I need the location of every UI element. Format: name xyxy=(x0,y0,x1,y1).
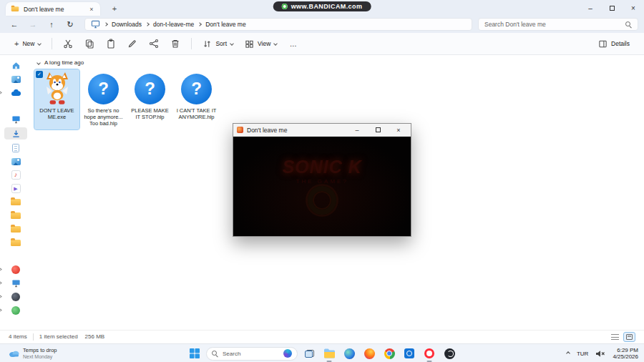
help-file-icon: ? xyxy=(181,74,212,104)
details-pane-icon xyxy=(598,39,608,49)
videos-icon: ▶ xyxy=(11,184,21,193)
sidebar-item-folder-4[interactable] xyxy=(4,238,27,248)
clock-time: 6:29 PM xyxy=(617,347,638,353)
view-button[interactable]: View xyxy=(240,35,281,52)
sidebar-item-desktop[interactable] xyxy=(4,114,27,124)
edge-taskbar-button[interactable] xyxy=(341,345,358,362)
sidebar-item-folder-1[interactable] xyxy=(4,197,27,207)
close-button[interactable]: × xyxy=(623,0,644,16)
forward-button[interactable]: → xyxy=(24,17,42,31)
outlook-taskbar-button[interactable] xyxy=(401,345,418,362)
gallery-icon xyxy=(11,76,21,83)
file-hlp-cant-take-it[interactable]: ? I CAN'T TAKE IT ANYMORE.hlp xyxy=(174,69,219,129)
rename-button[interactable] xyxy=(123,35,142,52)
sidebar-item-red-app[interactable] xyxy=(4,264,27,275)
file-hlp-no-hope[interactable]: ? So there's no hope anymore... Too bad.… xyxy=(81,69,126,129)
group-header[interactable]: A long time ago xyxy=(34,59,644,66)
hidden-icons-chevron[interactable] xyxy=(566,351,570,356)
cut-button[interactable] xyxy=(59,35,77,52)
file-icon-box: ? xyxy=(128,72,172,106)
search-box[interactable]: Search Don't leave me xyxy=(478,18,638,31)
delete-button[interactable] xyxy=(166,35,185,52)
sidebar-item-pictures[interactable] xyxy=(4,156,27,167)
gear-graphic xyxy=(308,186,336,215)
sidebar-item-videos[interactable]: ▶ xyxy=(4,183,27,194)
back-button[interactable]: ← xyxy=(6,17,23,31)
sidebar-item-network[interactable] xyxy=(4,305,27,315)
sidebar-item-dark-app[interactable] xyxy=(4,291,27,302)
sidebar-item-documents[interactable] xyxy=(4,142,27,153)
tab-close-icon[interactable]: × xyxy=(87,6,96,13)
sidebar-item-folder-2[interactable] xyxy=(4,210,27,221)
search-icon xyxy=(212,351,218,357)
minimize-button[interactable]: – xyxy=(580,0,601,16)
chevron-down-icon xyxy=(273,41,278,46)
status-bar: 4 items 1 item selected 256 MB xyxy=(0,330,644,343)
details-view-toggle-icon[interactable] xyxy=(611,334,619,340)
expand-chevron-icon[interactable] xyxy=(0,91,2,94)
file-dont-leave-me-exe[interactable]: ✓ xyxy=(34,69,79,129)
navigation-bar: ← → ↑ ↻ Downloads don-t-leave-me Don't l… xyxy=(0,16,644,33)
breadcrumb-dont-leave-me[interactable]: Don't leave me xyxy=(205,21,245,28)
new-tab-button[interactable]: + xyxy=(109,3,120,14)
chrome-taskbar-button[interactable] xyxy=(381,345,398,362)
share-button[interactable] xyxy=(145,35,163,52)
breadcrumb-downloads[interactable]: Downloads xyxy=(112,21,142,28)
thumbnail-view-icon xyxy=(626,334,633,340)
details-pane-button[interactable]: Details xyxy=(594,35,634,52)
edge-icon xyxy=(344,348,355,359)
game-maximize-button[interactable] xyxy=(369,127,386,134)
start-button[interactable] xyxy=(186,345,203,362)
volume-muted-icon[interactable] xyxy=(595,350,605,358)
obs-taskbar-button[interactable] xyxy=(441,345,458,362)
game-screen[interactable]: SONIC K THE GAME? xyxy=(233,137,411,236)
game-close-button[interactable]: × xyxy=(390,127,407,134)
sidebar-item-music[interactable]: ♪ xyxy=(4,170,27,180)
breadcrumb-don-t-leave-me[interactable]: don-t-leave-me xyxy=(153,21,194,28)
thumbnail-view-toggle-active[interactable] xyxy=(623,332,635,342)
expand-chevron-icon[interactable] xyxy=(0,268,2,270)
bandicam-logo-icon xyxy=(282,4,288,9)
new-button[interactable]: + New xyxy=(10,35,45,52)
firefox-taskbar-button[interactable] xyxy=(361,345,378,362)
expand-chevron-icon[interactable] xyxy=(0,295,2,298)
address-bar[interactable]: Downloads don-t-leave-me Don't leave me xyxy=(84,18,472,31)
sidebar-item-folder-3[interactable] xyxy=(4,224,27,235)
file-hlp-make-it-stop[interactable]: ? PLEASE MAKE IT STOP.hlp xyxy=(127,69,172,129)
toolbar-divider xyxy=(191,38,192,49)
task-view-button[interactable] xyxy=(301,345,318,362)
collapse-chevron-icon[interactable] xyxy=(36,61,41,65)
language-indicator[interactable]: TUR xyxy=(577,351,588,357)
maximize-button[interactable] xyxy=(601,0,623,16)
weather-secondary: Next Monday xyxy=(23,353,57,360)
more-options-button[interactable]: … xyxy=(284,35,303,52)
sidebar-item-downloads[interactable] xyxy=(4,127,27,140)
folder-icon xyxy=(11,240,21,246)
plus-icon: + xyxy=(14,39,19,48)
copy-button[interactable] xyxy=(80,35,99,52)
navigation-pane: ♪ ▶ xyxy=(0,55,31,330)
up-button[interactable]: ↑ xyxy=(43,17,60,31)
sidebar-item-gallery[interactable] xyxy=(4,74,27,84)
game-taskbar-button[interactable] xyxy=(421,345,438,362)
game-title-bar[interactable]: Don't leave me – × xyxy=(233,124,411,137)
sidebar-item-this-pc[interactable] xyxy=(4,278,27,288)
file-explorer-taskbar-button[interactable] xyxy=(321,345,338,362)
expand-chevron-icon[interactable] xyxy=(0,281,2,284)
desktop-icon xyxy=(11,115,21,124)
folder-tab-icon xyxy=(11,6,19,11)
sidebar-item-home[interactable] xyxy=(4,60,27,71)
sort-button[interactable]: Sort xyxy=(198,35,238,52)
tab-title: Don't leave me xyxy=(24,6,84,13)
game-minimize-button[interactable]: – xyxy=(348,127,366,134)
taskbar-search[interactable]: Search xyxy=(206,347,298,361)
refresh-button[interactable]: ↻ xyxy=(62,17,79,31)
taskbar-clock[interactable]: 6:29 PM 4/25/2026 xyxy=(613,347,638,360)
game-window[interactable]: Don't leave me – × SONIC K THE GAME? xyxy=(233,123,411,237)
paste-button[interactable] xyxy=(102,35,120,52)
expand-chevron-icon[interactable] xyxy=(0,308,2,311)
sidebar-item-onedrive[interactable] xyxy=(4,87,27,98)
checkbox-checked-icon[interactable]: ✓ xyxy=(36,71,43,78)
weather-widget[interactable]: Temps to drop Next Monday xyxy=(4,344,62,362)
explorer-tab[interactable]: Don't leave me × xyxy=(6,2,100,16)
